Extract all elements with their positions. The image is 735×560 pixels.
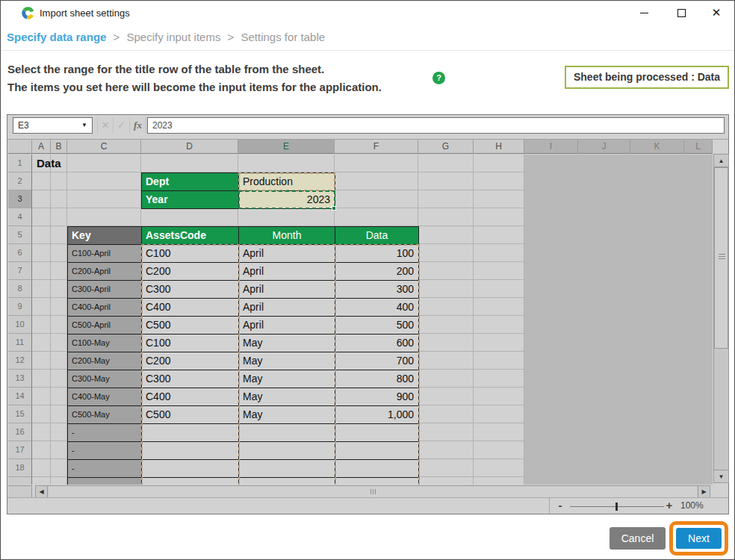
cell-H8[interactable] (474, 280, 524, 298)
cell-F1[interactable] (335, 155, 418, 172)
cell-H4[interactable] (474, 208, 524, 226)
row-header-17[interactable]: 17 (8, 441, 32, 459)
cell-G8[interactable] (418, 280, 474, 298)
cell-C13[interactable]: C300-May (67, 370, 142, 388)
cell-F8[interactable]: 300 (335, 280, 419, 299)
cell-F3[interactable] (335, 190, 418, 208)
cell-D6[interactable]: C100 (141, 244, 239, 263)
scroll-left-icon[interactable]: ◀ (36, 486, 48, 497)
maximize-button[interactable] (666, 2, 696, 23)
close-button[interactable]: ✕ (701, 2, 731, 23)
row-header-13[interactable]: 13 (8, 370, 32, 388)
cell-F10[interactable]: 500 (335, 316, 419, 335)
row-header-8[interactable]: 8 (8, 280, 32, 298)
cell-E9[interactable]: April (238, 298, 335, 317)
fill-handle[interactable] (332, 206, 336, 211)
cell-A4[interactable] (32, 208, 51, 226)
column-header-C[interactable]: C (67, 140, 141, 154)
cell-D11[interactable]: C100 (141, 334, 239, 352)
cell-A14[interactable] (32, 388, 51, 405)
cell-A15[interactable] (32, 405, 51, 423)
cell-A11[interactable] (32, 334, 51, 352)
cell-E11[interactable]: May (238, 334, 335, 352)
row-header-1[interactable]: 1 (8, 155, 32, 172)
cell-A8[interactable] (32, 280, 51, 298)
cell-B9[interactable] (51, 298, 67, 316)
cell-D15[interactable]: C500 (141, 405, 239, 424)
cancel-button[interactable]: Cancel (610, 527, 666, 550)
column-header-B[interactable]: B (51, 140, 67, 154)
cell-F7[interactable]: 200 (335, 262, 419, 281)
cell-B3[interactable] (51, 190, 67, 208)
name-box-dropdown-icon[interactable]: ▼ (79, 118, 90, 133)
cell-B16[interactable] (51, 423, 67, 441)
cell-E10[interactable]: April (238, 316, 335, 335)
cell-C2[interactable] (67, 172, 141, 190)
cell-E5[interactable]: Month (238, 226, 335, 245)
row-header-11[interactable]: 11 (8, 334, 32, 352)
cell-D17[interactable] (141, 441, 239, 460)
cell-H10[interactable] (474, 316, 524, 334)
row-header-6[interactable]: 6 (8, 244, 32, 262)
row-header-2[interactable]: 2 (8, 172, 32, 190)
column-header-G[interactable]: G (418, 140, 474, 154)
cell-H12[interactable] (474, 352, 524, 370)
cell-G19[interactable] (418, 477, 474, 485)
cell-D1[interactable] (141, 155, 238, 172)
name-box[interactable]: E3 ▼ (13, 117, 93, 134)
cell-B18[interactable] (51, 459, 67, 477)
zoom-in-button[interactable]: + (663, 498, 675, 513)
cell-F14[interactable]: 900 (335, 388, 419, 406)
cell-H19[interactable] (474, 477, 524, 485)
cell-C4[interactable] (67, 208, 141, 226)
formula-bar-input[interactable]: 2023 (147, 117, 725, 134)
cell-E17[interactable] (238, 441, 335, 460)
scroll-right-icon[interactable]: ▶ (698, 486, 710, 497)
cell-G6[interactable] (418, 244, 474, 262)
cell-E7[interactable]: April (238, 262, 335, 281)
row-header-9[interactable]: 9 (8, 298, 32, 316)
cell-E4[interactable] (238, 208, 335, 226)
zoom-out-button[interactable]: - (554, 498, 566, 513)
cell-G11[interactable] (418, 334, 474, 352)
row-header-3[interactable]: 3 (8, 190, 32, 208)
cell-E12[interactable]: May (238, 352, 335, 370)
cell-D18[interactable] (141, 459, 239, 478)
cell-G1[interactable] (418, 155, 474, 172)
cell-D9[interactable]: C400 (141, 298, 239, 317)
cell-F6[interactable]: 100 (335, 244, 419, 263)
cell-H1[interactable] (474, 155, 524, 172)
cell-D5[interactable]: AssetsCode (141, 226, 239, 245)
cell-G7[interactable] (418, 262, 474, 280)
cell-G15[interactable] (418, 405, 474, 423)
column-header-E[interactable]: E (238, 140, 335, 154)
cell-F16[interactable] (335, 423, 419, 442)
horizontal-scrollbar-thumb[interactable] (49, 486, 697, 497)
cell-C5[interactable]: Key (67, 226, 142, 245)
next-button[interactable]: Next (676, 528, 722, 549)
cell-C14[interactable]: C400-May (67, 388, 142, 406)
cell-F5[interactable]: Data (335, 226, 419, 245)
cell-F9[interactable]: 400 (335, 298, 419, 317)
cell-B6[interactable] (51, 244, 67, 262)
breadcrumb-step-3[interactable]: Settings for table (241, 31, 326, 43)
cell-A18[interactable] (32, 459, 51, 477)
column-header-H[interactable]: H (474, 140, 524, 154)
cell-C10[interactable]: C500-April (67, 316, 142, 335)
cell-E8[interactable]: April (238, 280, 335, 299)
cell-B4[interactable] (51, 208, 67, 226)
cell-C3[interactable] (67, 190, 141, 208)
column-header-J[interactable]: J (578, 140, 630, 154)
cell-C7[interactable]: C200-April (67, 262, 142, 281)
cell-F19[interactable] (335, 477, 419, 485)
zoom-slider-thumb[interactable] (615, 503, 618, 511)
cell-H9[interactable] (474, 298, 524, 316)
cell-C8[interactable]: C300-April (67, 280, 142, 299)
scroll-up-icon[interactable]: ▲ (714, 155, 728, 167)
cell-G13[interactable] (418, 370, 474, 388)
cell-B13[interactable] (51, 370, 67, 388)
horizontal-scrollbar[interactable]: ◀ ▶ (35, 485, 710, 498)
cell-B19[interactable] (51, 477, 67, 485)
cell-D12[interactable]: C200 (141, 352, 239, 370)
row-header-10[interactable]: 10 (8, 316, 32, 334)
